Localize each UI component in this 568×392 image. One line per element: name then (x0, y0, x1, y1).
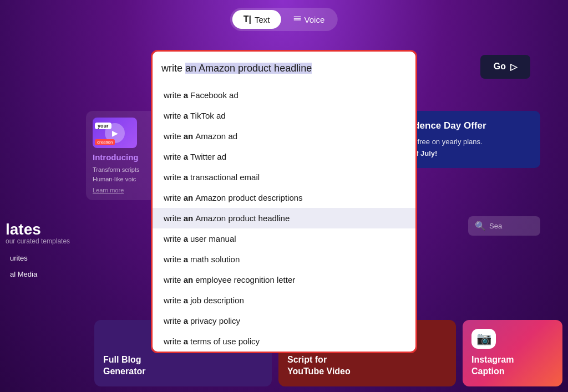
item-prefix: write (164, 337, 181, 346)
voice-icon: 𝍢 (293, 14, 301, 24)
item-prefix: write (164, 275, 181, 284)
creation-tag: creation (95, 139, 115, 145)
item-keyword: a (184, 296, 188, 305)
suggestion-item[interactable]: write a terms of use policy (153, 331, 415, 352)
item-prefix: write (164, 193, 181, 202)
item-suffix: Twitter ad (190, 152, 226, 161)
go-button[interactable]: Go ▷ (480, 55, 530, 79)
search-box: write an Amazon product headline (153, 52, 415, 85)
sidebar-item-label: urites (10, 254, 28, 262)
sidebar: lates our curated templates urites al Me… (0, 216, 86, 288)
item-prefix: write (164, 316, 181, 325)
item-suffix: Facebook ad (190, 90, 239, 100)
item-prefix: write (164, 254, 181, 264)
instagram-card-title: InstagramCaption (471, 354, 554, 378)
search-prefix: write (161, 63, 185, 74)
item-prefix: write (164, 90, 181, 100)
templates-subtitle: our curated templates (6, 237, 80, 245)
suggestion-item[interactable]: write a job description (153, 290, 415, 310)
item-prefix: write (164, 111, 181, 120)
suggestion-item[interactable]: write a TikTok ad (153, 105, 415, 126)
voice-mode-label: Voice (305, 15, 325, 24)
item-keyword: a (184, 90, 188, 100)
text-mode-button[interactable]: T| Text (232, 10, 281, 29)
item-keyword: an (184, 213, 194, 223)
item-suffix: transactional email (190, 172, 260, 182)
templates-title: lates (6, 222, 80, 237)
suggestion-item[interactable]: write an Amazon ad (153, 126, 415, 146)
item-keyword: a (184, 316, 188, 325)
item-prefix: write (164, 131, 181, 141)
item-suffix: Amazon ad (195, 131, 237, 141)
item-keyword: a (184, 254, 188, 264)
item-keyword: an (184, 131, 194, 141)
item-keyword: a (184, 172, 188, 182)
item-prefix: write (164, 234, 181, 243)
sidebar-item-label: al Media (10, 270, 37, 278)
item-suffix: terms of use policy (190, 337, 260, 346)
suggestion-item[interactable]: write a privacy policy (153, 310, 415, 331)
youtube-card-title: Script forYouTube Video (287, 354, 447, 378)
item-prefix: write (164, 152, 181, 161)
voice-mode-button[interactable]: 𝍢 Voice (282, 10, 336, 29)
suggestion-item[interactable]: write a transactional email (153, 167, 415, 187)
go-arrow-icon: ▷ (510, 62, 517, 72)
sidebar-item-favorites[interactable]: urites (6, 251, 80, 266)
item-suffix: user manual (190, 234, 236, 243)
item-suffix: Amazon product descriptions (195, 193, 302, 202)
search-text-display[interactable]: write an Amazon product headline (161, 63, 407, 74)
suggestion-item[interactable]: write a Facebook ad (153, 85, 415, 105)
go-label: Go (494, 62, 506, 72)
suggestion-item[interactable]: write a math solution (153, 249, 415, 269)
item-prefix: write (164, 213, 181, 223)
background-search: 🔍 Sea (468, 216, 540, 236)
template-card-instagram[interactable]: 📷 InstagramCaption (463, 320, 562, 386)
item-suffix: employee recognition letter (195, 275, 295, 284)
item-keyword: a (184, 152, 188, 161)
suggestion-item[interactable]: write a Twitter ad (153, 146, 415, 167)
blog-card-title: Full BlogGenerator (103, 354, 263, 378)
sidebar-item-social-media[interactable]: al Media (6, 267, 80, 282)
search-icon: 🔍 (475, 221, 486, 231)
item-keyword: an (184, 193, 194, 202)
item-suffix: job description (190, 296, 244, 305)
item-keyword: a (184, 111, 188, 120)
suggestion-item[interactable]: write an Amazon product descriptions (153, 187, 415, 208)
suggestions-dropdown: write a Facebook ad write a TikTok ad wr… (153, 85, 415, 352)
item-keyword: an (184, 275, 194, 284)
text-icon: T| (244, 14, 251, 24)
text-mode-label: Text (255, 15, 270, 24)
item-keyword: a (184, 234, 188, 243)
suggestion-item-selected[interactable]: write an Amazon product headline (153, 208, 415, 228)
item-prefix: write (164, 296, 181, 305)
item-suffix: Amazon product headline (195, 213, 290, 223)
search-placeholder-text: Sea (489, 222, 502, 230)
mode-switcher: T| Text 𝍢 Voice (230, 8, 338, 31)
search-highlight: an Amazon product headline (185, 63, 312, 74)
instagram-icon: 📷 (471, 329, 496, 349)
search-dropdown-wrapper: write an Amazon product headline write a… (151, 50, 417, 353)
your-label: your (95, 123, 111, 129)
item-keyword: a (184, 337, 188, 346)
item-prefix: write (164, 172, 181, 182)
item-suffix: privacy policy (190, 316, 240, 325)
item-suffix: math solution (190, 254, 240, 264)
item-suffix: TikTok ad (190, 111, 226, 120)
go-button-container: Go ▷ (480, 50, 530, 83)
suggestion-item[interactable]: write an employee recognition letter (153, 269, 415, 290)
suggestion-item[interactable]: write a user manual (153, 228, 415, 249)
